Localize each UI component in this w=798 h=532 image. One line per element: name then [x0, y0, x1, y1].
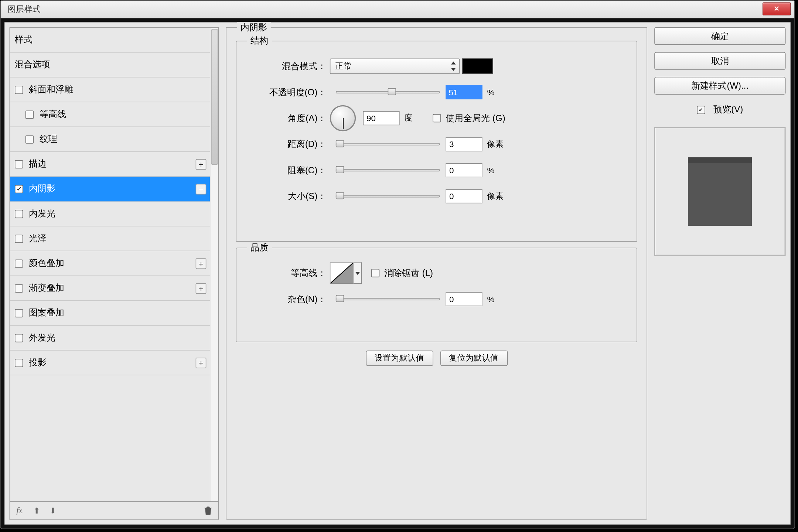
style-item-label: 纹理: [40, 134, 57, 145]
shadow-color-swatch[interactable]: [462, 58, 493, 74]
style-item[interactable]: 图案叠加: [10, 301, 210, 325]
style-item-label: 内发光: [29, 208, 55, 219]
angle-dial[interactable]: [330, 105, 356, 131]
close-icon: ✕: [774, 5, 780, 13]
style-item-label: 光泽: [29, 233, 47, 244]
opacity-slider[interactable]: [336, 90, 440, 95]
size-unit: 像素: [487, 191, 507, 202]
scrollbar-thumb[interactable]: [211, 29, 218, 165]
style-item-label: 投影: [29, 357, 47, 368]
add-effect-icon[interactable]: +: [196, 283, 207, 294]
blend-mode-select[interactable]: 正常: [330, 58, 460, 74]
distance-label: 距离(D)：: [247, 139, 330, 150]
style-list: 样式 混合选项 斜面和浮雕等高线纹理描边+内阴影+内发光光泽颜色叠加+渐变叠加+…: [10, 27, 219, 502]
contour-picker[interactable]: [330, 262, 354, 284]
new-style-button[interactable]: 新建样式(W)...: [654, 77, 785, 95]
distance-input[interactable]: [446, 137, 482, 151]
size-slider[interactable]: [336, 194, 440, 199]
reset-default-button[interactable]: 复位为默认值: [440, 351, 507, 366]
choke-input[interactable]: [446, 163, 482, 177]
styles-header[interactable]: 样式: [10, 28, 210, 52]
style-item-label: 渐变叠加: [29, 283, 64, 294]
effect-settings-panel: 内阴影 结构 混合模式： 正常: [226, 27, 647, 520]
size-input[interactable]: [446, 189, 482, 203]
style-item[interactable]: 内阴影+: [10, 177, 210, 201]
style-item[interactable]: 描边+: [10, 152, 210, 177]
style-item-checkbox[interactable]: [15, 259, 23, 267]
preview-swatch: [688, 157, 752, 226]
noise-slider[interactable]: [336, 297, 440, 301]
style-item[interactable]: 投影+: [10, 351, 210, 375]
blend-mode-label: 混合模式：: [247, 61, 330, 72]
style-item[interactable]: 光泽: [10, 226, 210, 251]
title-bar[interactable]: 图层样式 ✕: [1, 1, 795, 18]
antialias-label: 消除锯齿 (L): [384, 267, 433, 279]
style-item-label: 外发光: [29, 332, 55, 343]
quality-legend: 品质: [247, 242, 272, 253]
noise-label: 杂色(N)：: [247, 293, 330, 304]
style-item-label: 等高线: [40, 109, 66, 120]
global-light-label: 使用全局光 (G): [446, 113, 505, 124]
style-list-footer: fx ⬆ ⬇: [10, 502, 219, 519]
blending-options-label: 混合选项: [15, 59, 50, 70]
opacity-unit: %: [487, 88, 507, 97]
inner-shadow-legend: 内阴影: [237, 22, 271, 33]
global-light-checkbox[interactable]: [433, 114, 441, 122]
blending-options-header[interactable]: 混合选项: [10, 52, 210, 77]
style-item-checkbox[interactable]: [25, 110, 34, 118]
style-item[interactable]: 纹理: [10, 127, 210, 152]
style-item-label: 描边: [29, 158, 47, 170]
style-item-checkbox[interactable]: [15, 284, 23, 292]
style-item-checkbox[interactable]: [15, 209, 23, 218]
distance-slider[interactable]: [336, 142, 440, 147]
add-effect-icon[interactable]: +: [196, 184, 207, 194]
style-item-checkbox[interactable]: [15, 358, 23, 366]
move-down-icon[interactable]: ⬇: [48, 505, 59, 516]
style-item[interactable]: 渐变叠加+: [10, 276, 210, 301]
style-list-scrollbar[interactable]: [210, 28, 218, 501]
close-button[interactable]: ✕: [763, 2, 791, 15]
style-item-checkbox[interactable]: [15, 160, 23, 168]
make-default-button[interactable]: 设置为默认值: [366, 351, 433, 366]
style-item[interactable]: 斜面和浮雕: [10, 78, 210, 102]
style-item[interactable]: 颜色叠加+: [10, 251, 210, 276]
angle-unit: 度: [404, 113, 424, 124]
structure-legend: 结构: [247, 35, 272, 47]
style-item[interactable]: 内发光: [10, 202, 210, 226]
contour-label: 等高线：: [247, 267, 330, 279]
style-item-checkbox[interactable]: [15, 309, 23, 317]
antialias-checkbox[interactable]: [371, 269, 379, 277]
contour-dropdown[interactable]: [354, 262, 362, 284]
angle-label: 角度(A)：: [247, 113, 330, 124]
opacity-input[interactable]: [446, 85, 482, 99]
action-panel: 确定 取消 新建样式(W)... 预览(V): [654, 27, 785, 520]
style-item-label: 内阴影: [29, 183, 55, 194]
styles-panel: 样式 混合选项 斜面和浮雕等高线纹理描边+内阴影+内发光光泽颜色叠加+渐变叠加+…: [10, 27, 219, 520]
style-item-checkbox[interactable]: [15, 234, 23, 242]
style-item[interactable]: 外发光: [10, 326, 210, 351]
style-item-checkbox[interactable]: [25, 135, 34, 143]
cancel-button[interactable]: 取消: [654, 52, 785, 70]
style-item-checkbox[interactable]: [15, 334, 23, 342]
fx-menu-icon[interactable]: fx: [15, 505, 25, 516]
add-effect-icon[interactable]: +: [196, 159, 207, 170]
trash-icon[interactable]: [203, 505, 214, 516]
preview-label: 预览(V): [713, 104, 743, 115]
style-item-checkbox[interactable]: [15, 185, 23, 193]
choke-slider[interactable]: [336, 168, 440, 173]
style-item-checkbox[interactable]: [15, 85, 23, 93]
opacity-label: 不透明度(O)：: [247, 86, 330, 98]
blend-mode-value: 正常: [335, 61, 352, 72]
add-effect-icon[interactable]: +: [196, 258, 207, 269]
add-effect-icon[interactable]: +: [196, 357, 207, 368]
style-item-label: 斜面和浮雕: [29, 84, 73, 95]
style-item-label: 图案叠加: [29, 307, 64, 318]
move-up-icon[interactable]: ⬆: [31, 505, 42, 516]
preview-checkbox[interactable]: [697, 106, 705, 114]
preview-box: [654, 127, 785, 256]
ok-button[interactable]: 确定: [654, 27, 785, 45]
noise-input[interactable]: [446, 292, 482, 306]
style-item[interactable]: 等高线: [10, 102, 210, 127]
angle-input[interactable]: [363, 111, 399, 125]
dialog-window: 图层样式 ✕ 样式 混合选项 斜面和浮雕等高线纹理描边+内阴影+内发光光泽颜色叠…: [0, 0, 795, 529]
